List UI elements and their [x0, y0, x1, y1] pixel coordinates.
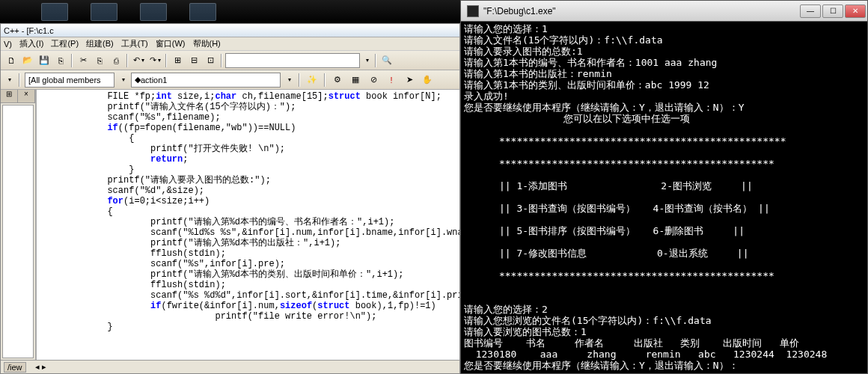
maximize-button[interactable]: ☐ — [822, 4, 843, 18]
compile-icon[interactable]: ⚙ — [330, 73, 345, 88]
ide-title-text: C++ - [F:\c1.c — [4, 26, 54, 35]
close-button[interactable]: ✕ — [845, 4, 866, 18]
ide-window: C++ - [F:\c1.c V)插入(I)工程(P)组建(B)工具(T)窗口(… — [0, 23, 460, 374]
find-combo[interactable] — [225, 53, 360, 68]
sidebar-tabs[interactable]: ⊞× — [1, 90, 35, 103]
breakpoint-icon[interactable]: ✋ — [420, 73, 435, 88]
console-app-icon — [467, 5, 479, 17]
cut-icon[interactable]: ✂ — [76, 53, 91, 68]
wizard-icon[interactable]: ✨ — [305, 73, 320, 88]
menu-item[interactable]: 工程(P) — [51, 38, 79, 49]
action-dropdown-icon[interactable] — [284, 73, 294, 88]
status-view-tab[interactable]: /iew — [4, 362, 26, 373]
save-icon[interactable]: 💾 — [37, 53, 52, 68]
global-members-combo[interactable]: [All global members — [25, 73, 114, 88]
menu-item[interactable]: 帮助(H) — [193, 38, 221, 49]
menu-item[interactable]: 窗口(W) — [156, 38, 186, 49]
class-dropdown[interactable] — [4, 73, 14, 88]
console-title-text: "F:\Debug\c1.exe" — [483, 6, 556, 16]
stop-build-icon[interactable]: ⊘ — [366, 73, 381, 88]
ide-toolbar-1: 🗋 📂 💾 ⎘ ✂ ⎘ ⎙ ↶ ↷ ⊞ ⊟ ⊡ 🔍 — [1, 51, 459, 70]
menu-item[interactable]: 工具(T) — [121, 38, 148, 49]
save-all-icon[interactable]: ⎘ — [53, 53, 68, 68]
ide-titlebar[interactable]: C++ - [F:\c1.c — [1, 24, 459, 37]
console-window: "F:\Debug\c1.exe" — ☐ ✕ 请输入您的选择：1 请输入文件名… — [460, 0, 868, 374]
open-file-icon[interactable]: 📂 — [20, 53, 35, 68]
taskbar — [0, 0, 460, 24]
console-titlebar[interactable]: "F:\Debug\c1.exe" — ☐ ✕ — [461, 1, 867, 22]
ide-toolbar-2: [All global members ◆ action1 ✨ ⚙ ▦ ⊘ ! … — [1, 70, 459, 90]
taskbar-item[interactable] — [140, 3, 167, 21]
undo-icon[interactable]: ↶ — [131, 53, 146, 68]
members-dropdown-icon[interactable] — [117, 73, 128, 88]
sidebar-tree[interactable] — [2, 105, 34, 358]
new-file-icon[interactable]: 🗋 — [4, 53, 19, 68]
build-icon[interactable]: ▦ — [348, 73, 363, 88]
console-output[interactable]: 请输入您的选择：1 请输入文件名(15个字符以内)：f:\\f.data 请输入… — [461, 22, 867, 373]
ide-sidebar: ⊞× — [1, 90, 37, 360]
print-icon[interactable]: ⎙ — [109, 53, 123, 68]
resource-icon[interactable]: ⊡ — [203, 53, 218, 68]
taskbar-item[interactable] — [41, 3, 68, 21]
ide-body: ⊞× FILE *fp;int size,i;char ch,filename[… — [1, 90, 459, 360]
ide-status-bar: /iew ◂ ▸ — [1, 360, 459, 373]
menu-item[interactable]: 插入(I) — [19, 38, 43, 49]
menu-item[interactable]: V) — [4, 40, 12, 49]
go-icon[interactable]: ➤ — [402, 73, 417, 88]
action-combo[interactable]: ◆ action1 — [131, 73, 281, 88]
find-in-files-icon[interactable]: 🔍 — [379, 53, 394, 68]
redo-icon[interactable]: ↷ — [147, 53, 162, 68]
taskbar-item[interactable] — [91, 3, 117, 21]
menu-item[interactable]: 组建(B) — [86, 38, 114, 49]
execute-icon[interactable]: ! — [384, 73, 399, 88]
find-dropdown-icon[interactable] — [361, 53, 372, 68]
class-wizard-icon[interactable]: ⊟ — [186, 53, 201, 68]
workspace-icon[interactable]: ⊞ — [170, 53, 185, 68]
minimize-button[interactable]: — — [800, 4, 821, 18]
taskbar-item[interactable] — [189, 3, 216, 21]
code-editor[interactable]: FILE *fp;int size,i;char ch,filename[15]… — [37, 90, 459, 360]
ide-menubar: V)插入(I)工程(P)组建(B)工具(T)窗口(W)帮助(H) — [1, 37, 459, 51]
copy-icon[interactable]: ⎘ — [92, 53, 107, 68]
